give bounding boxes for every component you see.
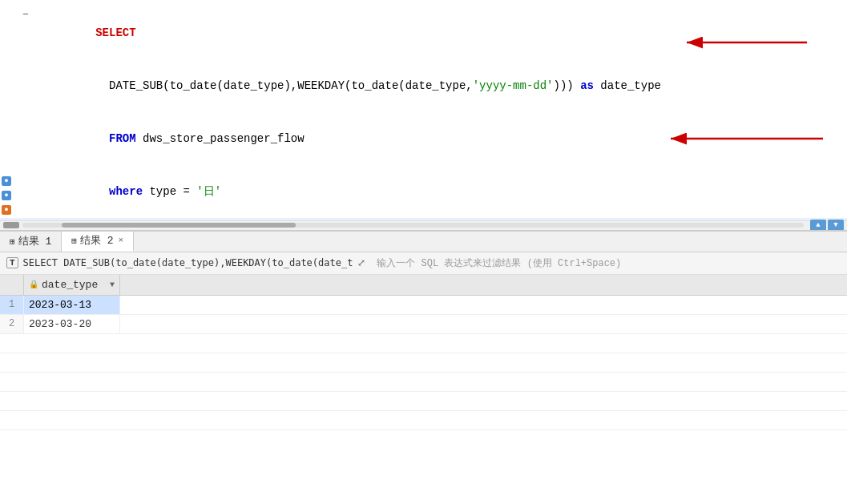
scroll-left-btn[interactable] — [3, 222, 19, 228]
nav-up-btn[interactable]: ▲ — [810, 220, 826, 230]
line4-val: '日' — [196, 185, 221, 198]
grid-empty-row-4 — [0, 392, 847, 411]
scroll-track[interactable] — [22, 223, 804, 228]
tab-icon-2: ⊞ — [71, 236, 77, 246]
nav-down-btn[interactable]: ▼ — [828, 220, 844, 230]
tab-icon-1: ⊞ — [10, 236, 15, 247]
query-hint: 输入一个 SQL 表达式来过滤结果 (使用 Ctrl+Space) — [377, 256, 621, 270]
grid-empty-row-3 — [0, 373, 847, 392]
keyword-where: where — [109, 185, 143, 198]
query-text: SELECT DATE_SUB(to_date(date_type),WEEKD… — [23, 257, 353, 268]
grid-empty-row-2 — [0, 353, 847, 373]
line2-part2: ))) — [554, 79, 581, 92]
cell-1-date_type[interactable]: 2023-03-13 — [24, 296, 120, 314]
line2-string: 'yyyy-mm-dd' — [473, 79, 554, 92]
query-type-indicator: T — [6, 257, 18, 268]
grid-row-2[interactable]: 2 2023-03-20 — [0, 315, 847, 334]
line2-as: as — [580, 79, 594, 92]
grid-row-1[interactable]: 1 2023-03-13 — [0, 296, 847, 315]
sidebar-icon-1[interactable]: ● — [2, 176, 11, 186]
line-content-2: DATE_SUB(to_date(date_type),WEEKDAY(to_d… — [35, 59, 847, 112]
grid-header-rownum — [0, 275, 24, 295]
grid-empty-row-1 — [0, 334, 847, 353]
line4-cond: type = — [143, 185, 196, 198]
code-container[interactable]: − SELECT DATE_SUB(to_date(date_type),WEE… — [0, 0, 847, 220]
tab-results-2[interactable]: ⊞ 结果 2 × — [62, 232, 134, 252]
line3-space — [95, 132, 109, 145]
arrow-line2 — [679, 30, 839, 54]
grid-header: 🔒 date_type ▼ — [0, 275, 847, 296]
code-line-2: DATE_SUB(to_date(date_type),WEEKDAY(to_d… — [0, 59, 847, 112]
scroll-thumb[interactable] — [62, 223, 296, 228]
grid-empty-row-5 — [0, 411, 847, 430]
tab-label-2: 结果 2 — [80, 233, 114, 248]
line-content-4: where type = '日' — [35, 165, 847, 218]
tab-close-btn[interactable]: × — [118, 236, 123, 245]
lock-icon: 🔒 — [29, 280, 38, 289]
row-num-2: 2 — [0, 315, 24, 333]
line2-part3: date_type — [594, 79, 661, 92]
tab-label-1: 结果 1 — [18, 234, 52, 248]
code-line-4: where type = '日' — [0, 165, 847, 218]
results-tabs: ⊞ 结果 1 ⊞ 结果 2 × — [0, 230, 847, 252]
keyword-from: FROM — [109, 132, 136, 145]
sidebar-icon-2[interactable]: ● — [2, 191, 11, 200]
row-num-1: 1 — [0, 296, 24, 314]
expand-icon[interactable]: ⤢ — [357, 257, 365, 269]
line4-space — [95, 185, 109, 198]
column-label-date_type: date_type — [42, 279, 98, 291]
query-bar: T SELECT DATE_SUB(to_date(date_type),WEE… — [0, 252, 847, 275]
cell-2-date_type[interactable]: 2023-03-20 — [24, 315, 120, 333]
sidebar-icons: ● ● ● — [2, 176, 11, 215]
editor-area: − SELECT DATE_SUB(to_date(date_type),WEE… — [0, 0, 847, 230]
results-grid: 🔒 date_type ▼ 1 2023-03-13 2 2023-03-20 — [0, 275, 847, 505]
line2-part1: DATE_SUB(to_date(date_type),WEEKDAY(to_d… — [95, 79, 472, 92]
line3-table: dws_store_passenger_flow — [136, 132, 305, 145]
editor-scrollbar[interactable]: ▲ ▼ — [0, 220, 847, 230]
sort-icon[interactable]: ▼ — [110, 280, 115, 289]
arrow-line7 — [663, 127, 839, 151]
nav-arrows: ▲ ▼ — [810, 220, 844, 230]
grid-header-cell-date_type[interactable]: 🔒 date_type ▼ — [24, 275, 120, 295]
sidebar-icon-3[interactable]: ● — [2, 205, 11, 215]
keyword-select: SELECT — [95, 26, 135, 39]
tab-results-1[interactable]: ⊞ 结果 1 — [0, 232, 62, 252]
